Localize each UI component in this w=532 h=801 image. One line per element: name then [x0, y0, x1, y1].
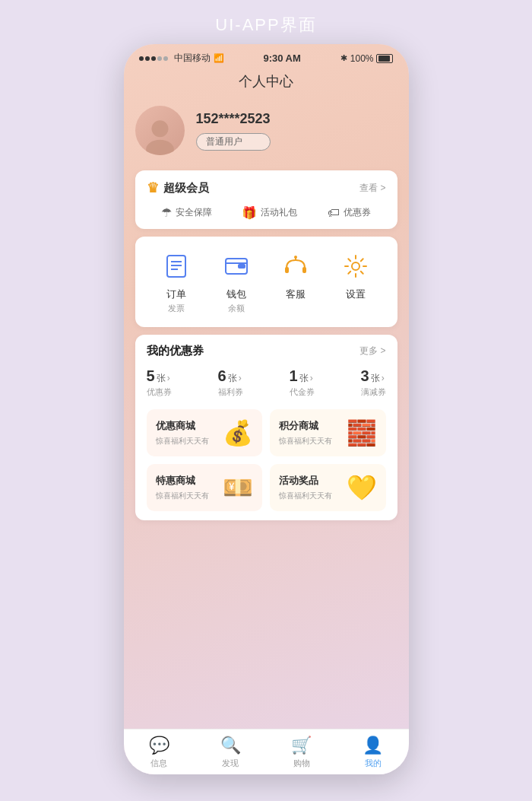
coupon-count-row-0: 5 张 ›: [147, 367, 170, 385]
coupon-card-2[interactable]: 特惠商城 惊喜福利天天有 💴: [147, 464, 263, 511]
messages-label: 信息: [150, 758, 167, 769]
coupon-info-1: 积分商城 惊喜福利天天有: [279, 419, 332, 447]
feature-icon-1: 🎁: [242, 205, 257, 220]
shop-label: 购物: [293, 758, 310, 769]
carrier-label: 中国移动: [174, 52, 211, 65]
coupon-unit-3: 张: [371, 372, 380, 385]
coupon-info-3: 活动奖品 惊喜福利天天有: [279, 474, 332, 501]
wifi-icon: 📶: [214, 53, 224, 63]
vip-view-link[interactable]: 查看 >: [359, 182, 385, 195]
vip-title: 超级会员: [163, 181, 209, 195]
vip-features: ☂ 安全保障 🎁 活动礼包 🏷 优惠券: [147, 205, 386, 220]
coupon-count-0[interactable]: 5 张 › 优惠券: [147, 367, 172, 398]
coupon-counts: 5 张 › 优惠券 6 张 › 福利券 1: [147, 367, 386, 398]
menu-sub-wallet: 余额: [228, 303, 245, 314]
coupon-count-row-1: 6 张 ›: [218, 367, 242, 385]
vip-header: ♛ 超级会员 查看 >: [147, 180, 386, 196]
vip-feature-0: ☂ 安全保障: [161, 205, 212, 220]
status-center: 9:30 AM: [263, 52, 300, 64]
service-icon-wrap: [279, 250, 312, 283]
coupon-desc-2: 惊喜福利天天有: [156, 491, 209, 501]
coupon-type-1: 福利券: [218, 386, 243, 398]
coupon-emoji-3: 💛: [347, 473, 377, 502]
status-left: 中国移动 📶: [139, 52, 224, 65]
coupon-card-0[interactable]: 优惠商城 惊喜福利天天有 💰: [147, 409, 263, 456]
menu-item-order[interactable]: 订单 发票: [160, 250, 193, 314]
coupon-unit-1: 张: [228, 372, 237, 385]
mine-label: 我的: [365, 758, 382, 769]
time-display: 9:30 AM: [263, 52, 300, 64]
quick-menu-card: 订单 发票 钱包 余额: [135, 237, 397, 327]
coupon-card-1[interactable]: 积分商城 惊喜福利天天有 🧱: [270, 409, 386, 456]
quick-menu: 订单 发票 钱包 余额: [147, 246, 386, 318]
feature-icon-0: ☂: [161, 205, 172, 220]
coupon-type-3: 满减券: [361, 386, 386, 398]
coupons-card: 我的优惠券 更多 > 5 张 › 优惠券 6 张: [135, 335, 397, 520]
coupon-desc-1: 惊喜福利天天有: [279, 436, 332, 447]
menu-label-order: 订单: [166, 288, 186, 301]
coupon-arrow-1: ›: [239, 373, 242, 383]
coupon-emoji-2: 💴: [223, 473, 253, 502]
discover-icon: 🔍: [220, 736, 241, 755]
coupon-unit-0: 张: [157, 372, 166, 385]
coupon-name-3: 活动奖品: [279, 474, 332, 488]
menu-item-settings[interactable]: 设置: [339, 250, 372, 314]
menu-sub-order: 发票: [168, 303, 185, 314]
discover-label: 发现: [222, 758, 239, 769]
menu-label-settings: 设置: [346, 288, 366, 301]
coupon-num-3: 3: [361, 367, 369, 385]
coupon-count-row-2: 1 张 ›: [290, 367, 313, 385]
coupon-info-0: 优惠商城 惊喜福利天天有: [156, 419, 209, 447]
crown-icon: ♛: [147, 180, 159, 196]
coupon-type-0: 优惠券: [147, 386, 172, 398]
coupon-count-3[interactable]: 3 张 › 满减券: [361, 367, 386, 398]
menu-label-wallet: 钱包: [226, 288, 246, 301]
feature-icon-2: 🏷: [328, 206, 340, 220]
feature-label-1: 活动礼包: [261, 206, 297, 219]
menu-item-service[interactable]: 客服: [279, 250, 312, 314]
coupon-more-link[interactable]: 更多 >: [359, 345, 385, 358]
phone-number: 152****2523: [196, 111, 271, 127]
user-badge: 普通用户: [196, 133, 271, 151]
vip-link-text: 查看 >: [359, 182, 385, 195]
status-bar: 中国移动 📶 9:30 AM ✱ 100%: [124, 44, 409, 68]
coupon-count-2[interactable]: 1 张 › 代金券: [290, 367, 315, 398]
bt-icon: ✱: [340, 53, 347, 63]
svg-point-13: [352, 262, 359, 270]
nav-tab-discover[interactable]: 🔍 发现: [195, 736, 266, 769]
coupon-count-1[interactable]: 6 张 › 福利券: [218, 367, 243, 398]
menu-label-service: 客服: [286, 288, 306, 301]
vip-title-wrap: ♛ 超级会员: [147, 180, 209, 196]
avatar: [135, 106, 185, 155]
coupon-name-1: 积分商城: [279, 419, 332, 433]
vip-feature-1: 🎁 活动礼包: [242, 205, 297, 220]
nav-tab-messages[interactable]: 💬 信息: [124, 736, 195, 769]
coupon-desc-0: 惊喜福利天天有: [156, 436, 209, 447]
bottom-nav: 💬 信息 🔍 发现 🛒 购物 👤 我的: [124, 729, 409, 774]
wallet-icon-wrap: [220, 250, 253, 283]
shop-icon: 🛒: [291, 736, 312, 755]
coupon-name-2: 特惠商城: [156, 474, 209, 488]
coupon-info-2: 特惠商城 惊喜福利天天有: [156, 474, 209, 501]
battery-label: 100%: [350, 53, 374, 64]
profile-section: 152****2523 普通用户: [135, 102, 397, 163]
avatar-icon: [135, 106, 185, 155]
menu-item-wallet[interactable]: 钱包 余额: [220, 250, 253, 314]
battery-icon: [376, 54, 393, 63]
status-right: ✱ 100%: [340, 53, 394, 64]
svg-point-1: [146, 140, 174, 155]
coupon-emoji-0: 💰: [223, 418, 253, 447]
coupon-type-2: 代金券: [290, 386, 315, 398]
svg-rect-10: [302, 267, 306, 273]
coupon-emoji-1: 🧱: [347, 418, 377, 447]
coupon-desc-3: 惊喜福利天天有: [279, 491, 332, 501]
coupon-card-3[interactable]: 活动奖品 惊喜福利天天有 💛: [270, 464, 386, 511]
settings-icon-wrap: [339, 250, 372, 283]
coupon-num-2: 1: [290, 367, 298, 385]
feature-label-0: 安全保障: [176, 206, 212, 219]
nav-tab-mine[interactable]: 👤 我的: [337, 736, 409, 769]
messages-icon: 💬: [149, 736, 169, 755]
feature-label-2: 优惠券: [344, 206, 371, 219]
nav-tab-shop[interactable]: 🛒 购物: [266, 736, 337, 769]
vip-feature-2: 🏷 优惠券: [328, 205, 371, 220]
